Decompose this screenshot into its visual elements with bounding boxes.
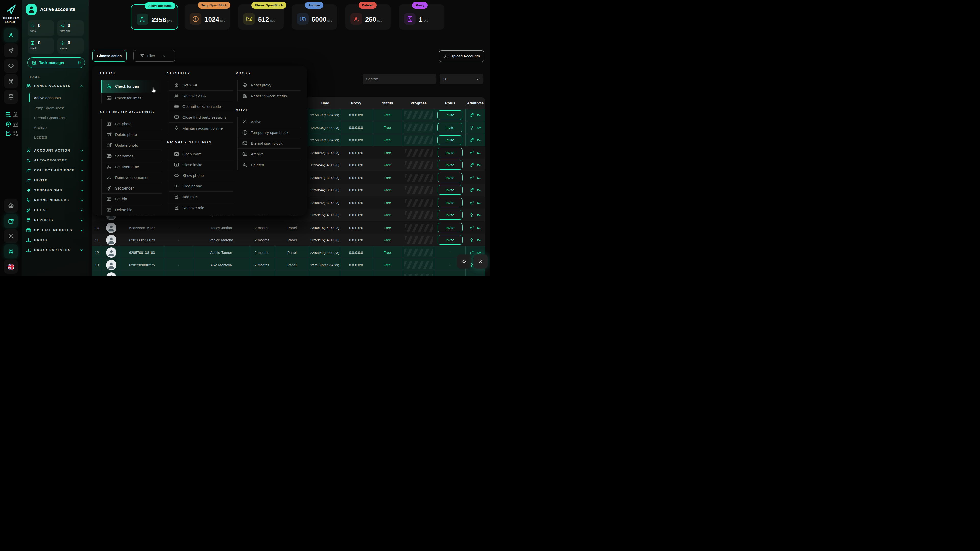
stat-card-active-accounts[interactable]: Active accounts2356pcs: [131, 4, 178, 30]
invite-button[interactable]: Invite: [438, 160, 463, 170]
column-header-roles[interactable]: Roles: [434, 97, 466, 109]
menu-item-close-invite[interactable]: Close invite: [169, 159, 233, 170]
sidebar-item-phone-numbers[interactable]: PHONE NUMBERS: [22, 196, 89, 205]
sidebar-item-collect-audience[interactable]: COLLECT AUDIENCE: [22, 166, 89, 175]
key-icon[interactable]: [476, 213, 482, 218]
key-icon[interactable]: [476, 200, 482, 205]
menu-item-hide-phone[interactable]: Hide phone: [169, 181, 233, 192]
menu-item-set-2-fa[interactable]: Set 2-FA: [169, 80, 233, 91]
key-icon[interactable]: [476, 150, 482, 156]
menu-item-set-gender[interactable]: Set gender: [102, 183, 162, 194]
column-header-status[interactable]: Status: [372, 97, 403, 109]
table-row[interactable]: 136282289800275-Aiko Montoya2 monthsPane…: [92, 259, 485, 271]
menu-item-remove-username[interactable]: Remove username: [102, 172, 162, 183]
key-icon[interactable]: [476, 275, 482, 275]
invite-button[interactable]: Invite: [438, 223, 463, 232]
upload-accounts-button[interactable]: Upload Accounts: [439, 50, 484, 62]
key-icon[interactable]: [476, 113, 482, 118]
invite-button[interactable]: Invite: [438, 185, 463, 195]
invite-button[interactable]: Invite: [438, 123, 463, 132]
invite-button[interactable]: Invite: [438, 135, 463, 145]
stat-card-proxy[interactable]: Proxy1pcs: [399, 4, 444, 30]
column-header-proxy[interactable]: Proxy: [340, 97, 372, 109]
search-input[interactable]: Search:: [363, 74, 436, 84]
sidebar-subitem-eternal-spamblock[interactable]: Eternal SpamBlock: [29, 114, 86, 121]
stat-card-archive[interactable]: Archive5000pcs: [292, 4, 337, 30]
rail-button-sending[interactable]: [4, 43, 18, 57]
invite-button[interactable]: Invite: [438, 148, 463, 157]
sidebar-item-invite[interactable]: INVITE: [22, 176, 89, 185]
sidebar-item-proxy[interactable]: PROXY: [22, 236, 89, 245]
column-header-additives[interactable]: Additives: [466, 97, 485, 109]
menu-item-active[interactable]: Active: [238, 117, 301, 127]
stat-card-eternal-spamblock[interactable]: Eternal SpamBlock512pcs: [238, 4, 283, 30]
table-row[interactable]: 116285668516073-Venice Moreno2 monthsPan…: [92, 233, 485, 246]
stat-card-deleted[interactable]: Deleted250pcs: [345, 4, 391, 30]
sidebar-item-sending-sms[interactable]: SENDING SMS: [22, 186, 89, 195]
menu-item-maintain-account-online[interactable]: Maintain account online: [169, 123, 233, 133]
table-row[interactable]: 126285700138103-Adolfo Tanner2 monthsPan…: [92, 246, 485, 259]
sidebar-item-special-modules[interactable]: SPECIAL MODULES: [22, 226, 89, 234]
sidebar-subitem-active-accounts[interactable]: Active accounts: [29, 94, 86, 102]
rail-mini-sync-squares[interactable]: [12, 130, 19, 137]
rail-button-accounts[interactable]: [4, 28, 18, 42]
rail-mini-user-network[interactable]: [12, 111, 19, 118]
choose-action-button[interactable]: Choose action: [92, 50, 127, 62]
sidebar-item-proxy-partners[interactable]: PROXY PARTNERS: [22, 246, 89, 254]
table-row[interactable]: 106285668516127-Toney Jordan2 monthsPane…: [92, 221, 485, 233]
menu-item-remove-2-fa[interactable]: Remove 2-FA: [169, 91, 233, 101]
menu-item-open-invite[interactable]: Open invite: [169, 149, 233, 159]
invite-button[interactable]: Invite: [438, 210, 463, 220]
invite-button[interactable]: Invite: [438, 198, 463, 207]
sidebar-subitem-archive[interactable]: Archive: [29, 124, 86, 131]
rail-mini-code-window[interactable]: [12, 121, 19, 127]
menu-item-eternal-spamblock[interactable]: Eternal spamblock: [238, 138, 301, 149]
invite-button[interactable]: Invite: [438, 235, 463, 245]
menu-item-close-third-party-sessions[interactable]: Close third party sessions: [169, 112, 233, 123]
filter-dropdown[interactable]: Filter: [134, 50, 175, 62]
rail-mini-server-check[interactable]: [5, 111, 12, 118]
key-icon[interactable]: [476, 187, 482, 192]
column-header-progress[interactable]: Progress: [403, 97, 434, 109]
rail-button-storage[interactable]: [4, 90, 18, 104]
task-manager-button[interactable]: Task manager 0: [27, 57, 85, 68]
page-size-select[interactable]: 50: [440, 74, 483, 84]
table-row[interactable]: 146285646748937-Albert Pittman2 monthsPa…: [92, 271, 485, 275]
scroll-to-top-button[interactable]: [473, 254, 488, 268]
column-header-time[interactable]: Time: [309, 97, 340, 109]
rail-mini-doc-check[interactable]: [5, 130, 12, 137]
menu-item-archive[interactable]: Archive: [238, 149, 301, 159]
sidebar-item-auto-register[interactable]: AUTO-REGISTER: [22, 156, 89, 165]
menu-item-add-role[interactable]: Add role: [169, 192, 233, 202]
menu-item-set-photo[interactable]: Set photo: [102, 119, 162, 129]
sidebar-item-panel-accounts[interactable]: PANEL ACCOUNTS: [22, 82, 89, 90]
menu-item-temporary-spamblock[interactable]: Temporary spamblock: [238, 127, 301, 138]
menu-item-set-names[interactable]: Set names: [102, 151, 162, 162]
menu-item-check-for-limits[interactable]: Check for limits: [102, 93, 162, 103]
key-icon[interactable]: [476, 175, 482, 180]
menu-item-remove-role[interactable]: Remove role: [169, 202, 233, 213]
rail-button-premium[interactable]: [4, 59, 18, 73]
invite-button[interactable]: Invite: [438, 110, 463, 120]
rail-button-settings[interactable]: [4, 199, 18, 213]
menu-item-reset-proxy[interactable]: Reset proxy: [238, 80, 301, 91]
rail-button-preferences[interactable]: [4, 245, 18, 259]
menu-item-delete-photo[interactable]: Delete photo: [102, 129, 162, 140]
sidebar-subitem-deleted[interactable]: Deleted: [29, 133, 86, 141]
scroll-to-bottom-button[interactable]: [457, 254, 471, 268]
sidebar-item-account-action[interactable]: ACCOUNT ACTION: [22, 146, 89, 155]
key-icon[interactable]: [476, 238, 482, 243]
sidebar-item-cheat[interactable]: CHEAT: [22, 206, 89, 214]
menu-item-deleted[interactable]: Deleted: [238, 159, 301, 170]
rail-mini-gear-badge[interactable]: [5, 121, 12, 127]
rail-button-shortcuts[interactable]: [4, 74, 18, 88]
key-icon[interactable]: [476, 125, 482, 130]
sidebar-subitem-temp-spamblock[interactable]: Temp SpamBlock: [29, 104, 86, 112]
menu-item-set-username[interactable]: Set username: [102, 162, 162, 172]
menu-item-reset-in-work-status[interactable]: Reset 'in work' status: [238, 91, 301, 101]
key-icon[interactable]: [476, 162, 482, 168]
rail-button-open-external[interactable]: [4, 214, 18, 228]
sidebar-item-reports[interactable]: REPORTS: [22, 216, 89, 224]
invite-button[interactable]: Invite: [438, 173, 463, 183]
menu-item-get-authorization-code[interactable]: Get authorization code: [169, 101, 233, 112]
